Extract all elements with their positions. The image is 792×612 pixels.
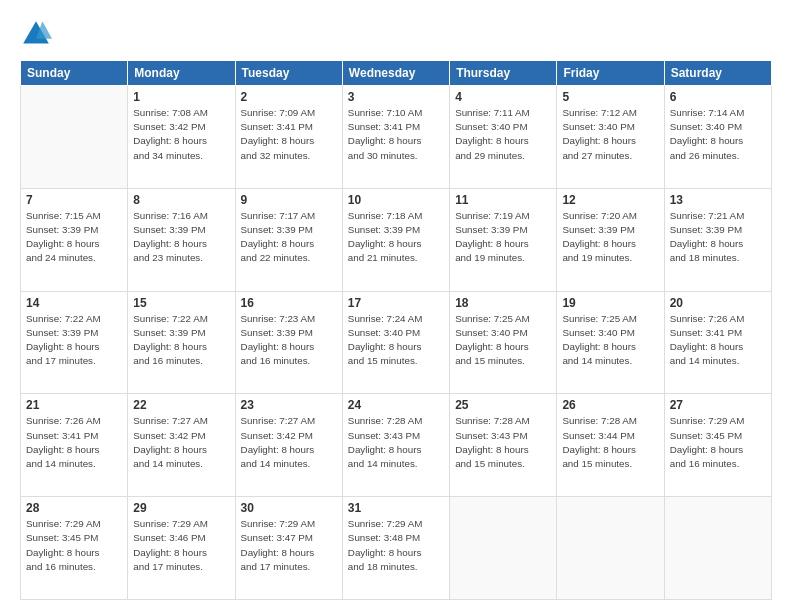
day-cell: 25Sunrise: 7:28 AMSunset: 3:43 PMDayligh… — [450, 394, 557, 497]
day-cell: 6Sunrise: 7:14 AMSunset: 3:40 PMDaylight… — [664, 86, 771, 189]
page: SundayMondayTuesdayWednesdayThursdayFrid… — [0, 0, 792, 612]
day-number: 30 — [241, 501, 337, 515]
logo — [20, 18, 56, 50]
day-info: Sunrise: 7:08 AMSunset: 3:42 PMDaylight:… — [133, 106, 229, 163]
day-number: 25 — [455, 398, 551, 412]
day-number: 5 — [562, 90, 658, 104]
logo-icon — [20, 18, 52, 50]
day-info: Sunrise: 7:28 AMSunset: 3:43 PMDaylight:… — [348, 414, 444, 471]
day-info: Sunrise: 7:11 AMSunset: 3:40 PMDaylight:… — [455, 106, 551, 163]
day-info: Sunrise: 7:27 AMSunset: 3:42 PMDaylight:… — [241, 414, 337, 471]
day-cell — [664, 497, 771, 600]
day-info: Sunrise: 7:18 AMSunset: 3:39 PMDaylight:… — [348, 209, 444, 266]
day-number: 16 — [241, 296, 337, 310]
day-number: 31 — [348, 501, 444, 515]
week-row-2: 7Sunrise: 7:15 AMSunset: 3:39 PMDaylight… — [21, 188, 772, 291]
day-number: 27 — [670, 398, 766, 412]
header-cell-thursday: Thursday — [450, 61, 557, 86]
day-info: Sunrise: 7:15 AMSunset: 3:39 PMDaylight:… — [26, 209, 122, 266]
day-info: Sunrise: 7:28 AMSunset: 3:43 PMDaylight:… — [455, 414, 551, 471]
day-cell: 31Sunrise: 7:29 AMSunset: 3:48 PMDayligh… — [342, 497, 449, 600]
header-row: SundayMondayTuesdayWednesdayThursdayFrid… — [21, 61, 772, 86]
day-cell: 12Sunrise: 7:20 AMSunset: 3:39 PMDayligh… — [557, 188, 664, 291]
day-info: Sunrise: 7:29 AMSunset: 3:45 PMDaylight:… — [670, 414, 766, 471]
day-number: 2 — [241, 90, 337, 104]
day-number: 21 — [26, 398, 122, 412]
day-cell: 26Sunrise: 7:28 AMSunset: 3:44 PMDayligh… — [557, 394, 664, 497]
day-cell: 10Sunrise: 7:18 AMSunset: 3:39 PMDayligh… — [342, 188, 449, 291]
day-cell: 14Sunrise: 7:22 AMSunset: 3:39 PMDayligh… — [21, 291, 128, 394]
day-number: 23 — [241, 398, 337, 412]
day-number: 10 — [348, 193, 444, 207]
day-number: 22 — [133, 398, 229, 412]
day-cell: 27Sunrise: 7:29 AMSunset: 3:45 PMDayligh… — [664, 394, 771, 497]
day-number: 4 — [455, 90, 551, 104]
day-cell: 20Sunrise: 7:26 AMSunset: 3:41 PMDayligh… — [664, 291, 771, 394]
day-number: 9 — [241, 193, 337, 207]
day-info: Sunrise: 7:29 AMSunset: 3:48 PMDaylight:… — [348, 517, 444, 574]
day-number: 28 — [26, 501, 122, 515]
day-cell: 16Sunrise: 7:23 AMSunset: 3:39 PMDayligh… — [235, 291, 342, 394]
day-cell: 15Sunrise: 7:22 AMSunset: 3:39 PMDayligh… — [128, 291, 235, 394]
day-cell: 9Sunrise: 7:17 AMSunset: 3:39 PMDaylight… — [235, 188, 342, 291]
day-cell: 11Sunrise: 7:19 AMSunset: 3:39 PMDayligh… — [450, 188, 557, 291]
day-cell — [557, 497, 664, 600]
day-cell: 22Sunrise: 7:27 AMSunset: 3:42 PMDayligh… — [128, 394, 235, 497]
day-number: 18 — [455, 296, 551, 310]
header-cell-wednesday: Wednesday — [342, 61, 449, 86]
day-info: Sunrise: 7:09 AMSunset: 3:41 PMDaylight:… — [241, 106, 337, 163]
day-cell: 18Sunrise: 7:25 AMSunset: 3:40 PMDayligh… — [450, 291, 557, 394]
day-info: Sunrise: 7:24 AMSunset: 3:40 PMDaylight:… — [348, 312, 444, 369]
day-info: Sunrise: 7:29 AMSunset: 3:45 PMDaylight:… — [26, 517, 122, 574]
day-cell — [21, 86, 128, 189]
day-info: Sunrise: 7:26 AMSunset: 3:41 PMDaylight:… — [670, 312, 766, 369]
day-number: 3 — [348, 90, 444, 104]
day-number: 8 — [133, 193, 229, 207]
day-info: Sunrise: 7:27 AMSunset: 3:42 PMDaylight:… — [133, 414, 229, 471]
day-cell: 30Sunrise: 7:29 AMSunset: 3:47 PMDayligh… — [235, 497, 342, 600]
day-number: 1 — [133, 90, 229, 104]
day-number: 14 — [26, 296, 122, 310]
day-info: Sunrise: 7:16 AMSunset: 3:39 PMDaylight:… — [133, 209, 229, 266]
day-info: Sunrise: 7:10 AMSunset: 3:41 PMDaylight:… — [348, 106, 444, 163]
header-cell-tuesday: Tuesday — [235, 61, 342, 86]
header-cell-friday: Friday — [557, 61, 664, 86]
week-row-3: 14Sunrise: 7:22 AMSunset: 3:39 PMDayligh… — [21, 291, 772, 394]
day-info: Sunrise: 7:22 AMSunset: 3:39 PMDaylight:… — [26, 312, 122, 369]
day-cell: 21Sunrise: 7:26 AMSunset: 3:41 PMDayligh… — [21, 394, 128, 497]
day-number: 13 — [670, 193, 766, 207]
day-info: Sunrise: 7:21 AMSunset: 3:39 PMDaylight:… — [670, 209, 766, 266]
day-info: Sunrise: 7:28 AMSunset: 3:44 PMDaylight:… — [562, 414, 658, 471]
day-number: 15 — [133, 296, 229, 310]
header-cell-sunday: Sunday — [21, 61, 128, 86]
calendar-table: SundayMondayTuesdayWednesdayThursdayFrid… — [20, 60, 772, 600]
day-cell: 8Sunrise: 7:16 AMSunset: 3:39 PMDaylight… — [128, 188, 235, 291]
day-number: 29 — [133, 501, 229, 515]
day-cell — [450, 497, 557, 600]
week-row-5: 28Sunrise: 7:29 AMSunset: 3:45 PMDayligh… — [21, 497, 772, 600]
day-info: Sunrise: 7:26 AMSunset: 3:41 PMDaylight:… — [26, 414, 122, 471]
day-info: Sunrise: 7:25 AMSunset: 3:40 PMDaylight:… — [562, 312, 658, 369]
header — [20, 18, 772, 50]
day-number: 20 — [670, 296, 766, 310]
day-number: 6 — [670, 90, 766, 104]
day-cell: 13Sunrise: 7:21 AMSunset: 3:39 PMDayligh… — [664, 188, 771, 291]
day-info: Sunrise: 7:20 AMSunset: 3:39 PMDaylight:… — [562, 209, 658, 266]
day-number: 24 — [348, 398, 444, 412]
day-info: Sunrise: 7:29 AMSunset: 3:47 PMDaylight:… — [241, 517, 337, 574]
header-cell-monday: Monday — [128, 61, 235, 86]
day-cell: 24Sunrise: 7:28 AMSunset: 3:43 PMDayligh… — [342, 394, 449, 497]
week-row-1: 1Sunrise: 7:08 AMSunset: 3:42 PMDaylight… — [21, 86, 772, 189]
header-cell-saturday: Saturday — [664, 61, 771, 86]
day-info: Sunrise: 7:12 AMSunset: 3:40 PMDaylight:… — [562, 106, 658, 163]
day-cell: 1Sunrise: 7:08 AMSunset: 3:42 PMDaylight… — [128, 86, 235, 189]
calendar-header: SundayMondayTuesdayWednesdayThursdayFrid… — [21, 61, 772, 86]
day-cell: 29Sunrise: 7:29 AMSunset: 3:46 PMDayligh… — [128, 497, 235, 600]
day-number: 17 — [348, 296, 444, 310]
day-number: 26 — [562, 398, 658, 412]
week-row-4: 21Sunrise: 7:26 AMSunset: 3:41 PMDayligh… — [21, 394, 772, 497]
day-cell: 4Sunrise: 7:11 AMSunset: 3:40 PMDaylight… — [450, 86, 557, 189]
day-info: Sunrise: 7:29 AMSunset: 3:46 PMDaylight:… — [133, 517, 229, 574]
calendar-body: 1Sunrise: 7:08 AMSunset: 3:42 PMDaylight… — [21, 86, 772, 600]
day-info: Sunrise: 7:22 AMSunset: 3:39 PMDaylight:… — [133, 312, 229, 369]
